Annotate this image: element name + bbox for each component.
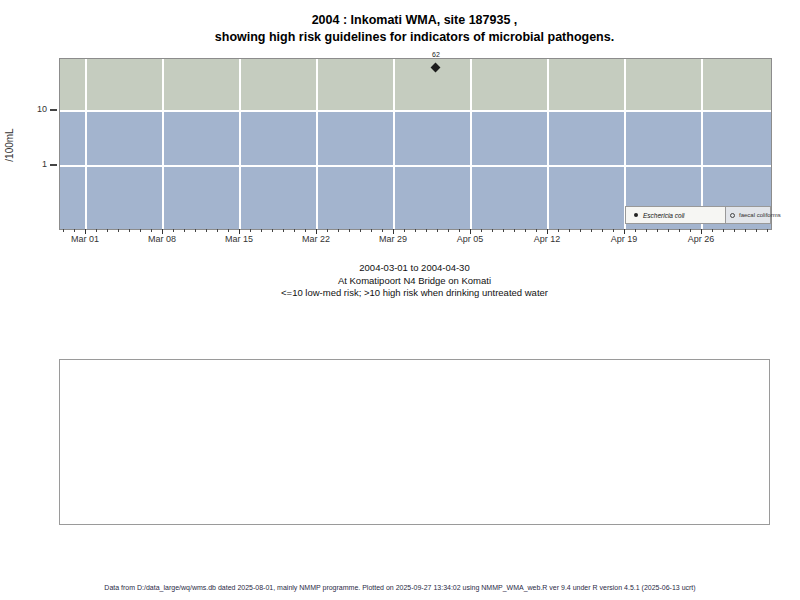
footer-note: Data from D:/data_large/wq/wms.db dated …: [0, 584, 800, 591]
legend-label: faecal coliforms: [739, 212, 781, 218]
subtitle-location: At Komatipoort N4 Bridge on Komati: [59, 275, 770, 288]
gridline-vertical: [547, 59, 549, 229]
x-tick-label: Mar 01: [60, 234, 110, 244]
chart-title-line1: 2004 : Inkomati WMA, site 187935 ,: [59, 12, 770, 29]
empty-panel: [59, 359, 770, 525]
chart-page: 2004 : Inkomati WMA, site 187935 , showi…: [0, 0, 800, 600]
gridline-vertical: [701, 59, 703, 229]
point-value-label: 62: [421, 51, 451, 58]
x-tick-label: Apr 26: [676, 234, 726, 244]
x-tick-label: Apr 19: [599, 234, 649, 244]
y-tick-label-1: 1: [17, 159, 47, 169]
x-axis-minor-ticks: [59, 229, 770, 232]
gridline-vertical: [239, 59, 241, 229]
gridline-vertical: [316, 59, 318, 229]
y-axis-label: /100mL: [4, 121, 16, 169]
x-tick-label: Mar 08: [137, 234, 187, 244]
y-tick-mark: [50, 109, 57, 111]
open-circle-marker-icon: [730, 213, 735, 218]
gridline-vertical: [393, 59, 395, 229]
filled-circle-marker-icon: [634, 213, 638, 217]
gridline-vertical: [624, 59, 626, 229]
subtitle: 2004-03-01 to 2004-04-30 At Komatipoort …: [59, 262, 770, 300]
x-tick-label: Apr 05: [445, 234, 495, 244]
gridline-vertical: [162, 59, 164, 229]
legend: Eschericia coli faecal coliforms: [625, 206, 771, 224]
gridline-vertical: [85, 59, 87, 229]
subtitle-date-range: 2004-03-01 to 2004-04-30: [59, 262, 770, 275]
high-risk-band: [60, 59, 771, 111]
y-tick-label-10: 10: [17, 104, 47, 114]
legend-item-faecal-coliforms: faecal coliforms: [726, 207, 770, 223]
x-tick-label: Apr 12: [522, 234, 572, 244]
gridline-y10: [60, 110, 771, 112]
legend-label: Eschericia coli: [643, 212, 685, 219]
x-tick-label: Mar 22: [291, 234, 341, 244]
plot-panel: 62 Eschericia coli faecal coliforms: [59, 58, 772, 230]
gridline-vertical: [470, 59, 472, 229]
legend-item-escherichia-coli: Eschericia coli: [626, 207, 726, 223]
gridline-y1: [60, 165, 771, 167]
chart-title: 2004 : Inkomati WMA, site 187935 , showi…: [59, 12, 770, 46]
x-tick-label: Mar 29: [368, 234, 418, 244]
subtitle-risk-note: <=10 low-med risk; >10 high risk when dr…: [59, 287, 770, 300]
chart-title-line2: showing high risk guidelines for indicat…: [59, 29, 770, 46]
x-tick-label: Mar 15: [214, 234, 264, 244]
y-tick-mark: [50, 164, 57, 166]
